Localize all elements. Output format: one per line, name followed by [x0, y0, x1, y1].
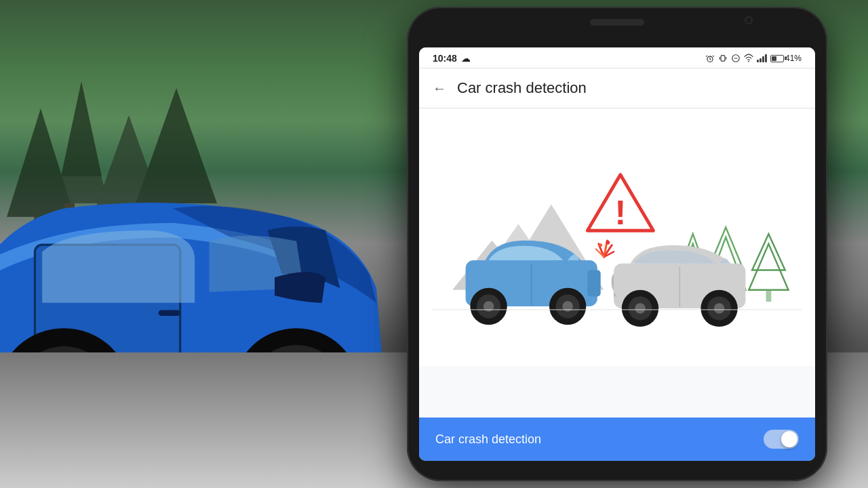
nav-bar: ← Car crash detection — [419, 68, 815, 108]
svg-rect-44 — [587, 270, 600, 297]
battery-percent: 41% — [785, 54, 802, 63]
weather-icon: ☁ — [461, 53, 471, 64]
bottom-toggle-section: Car crash detection — [419, 418, 815, 461]
alarm-icon — [705, 54, 715, 63]
svg-point-59 — [714, 303, 725, 314]
status-bar-left: 10:48 ☁ — [433, 53, 471, 64]
minus-circle-icon — [731, 54, 741, 63]
crash-detection-toggle[interactable] — [764, 430, 799, 449]
back-button[interactable]: ← — [433, 81, 446, 96]
gray-car — [612, 245, 746, 327]
wifi-icon — [744, 54, 753, 63]
svg-point-52 — [599, 243, 602, 247]
svg-text:!: ! — [614, 193, 626, 232]
status-time: 10:48 — [433, 53, 457, 64]
battery-indicator: 41% — [770, 54, 802, 63]
toggle-label: Car crash detection — [435, 432, 541, 447]
svg-point-56 — [635, 303, 646, 314]
phone-camera-dot — [745, 16, 753, 24]
signal-icon — [757, 54, 767, 62]
phone-device: 10:48 ☁ — [407, 7, 827, 481]
phone-frame: 10:48 ☁ — [407, 7, 827, 481]
battery-icon — [770, 55, 784, 62]
phone-screen: 10:48 ☁ — [419, 47, 815, 461]
svg-rect-34 — [766, 290, 772, 302]
phone-speaker — [590, 19, 644, 26]
svg-marker-33 — [752, 234, 785, 270]
svg-point-22 — [748, 61, 749, 62]
warning-triangle: ! — [587, 175, 653, 232]
crash-illustration-svg: ! — [433, 122, 802, 352]
status-bar-right: 41% — [705, 54, 802, 63]
svg-marker-32 — [749, 244, 788, 290]
svg-rect-20 — [721, 56, 725, 61]
page-title: Car crash detection — [457, 79, 587, 97]
illustration-area: ! — [419, 108, 815, 366]
svg-rect-10 — [159, 310, 180, 317]
crash-impact — [596, 241, 614, 257]
status-bar: 10:48 ☁ — [419, 47, 815, 68]
vibrate-icon — [718, 54, 728, 63]
svg-point-51 — [606, 241, 610, 245]
